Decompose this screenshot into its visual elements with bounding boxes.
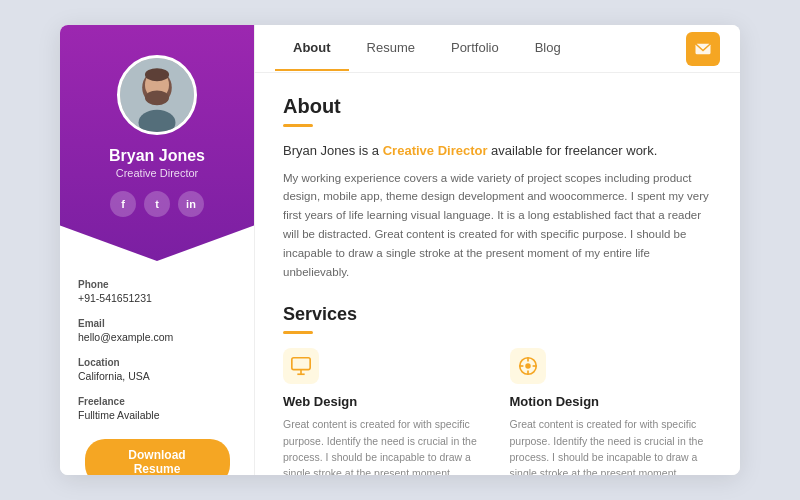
freelance-block: Freelance Fulltime Available (78, 396, 236, 421)
services-title: Services (283, 304, 712, 325)
sidebar: Bryan Jones Creative Director f t in Pho… (60, 25, 255, 475)
about-title: About (283, 95, 712, 118)
card: Bryan Jones Creative Director f t in Pho… (60, 25, 740, 475)
main-content: About Bryan Jones is a Creative Director… (255, 73, 740, 475)
services-section: Services Web Design (283, 304, 712, 475)
nav-bar: About Resume Portfolio Blog (255, 25, 740, 73)
email-button[interactable] (686, 32, 720, 66)
social-icons: f t in (110, 191, 204, 217)
tab-resume[interactable]: Resume (349, 26, 433, 71)
location-block: Location California, USA (78, 357, 236, 382)
twitter-icon[interactable]: t (144, 191, 170, 217)
freelance-label: Freelance (78, 396, 236, 407)
services-grid: Web Design Great content is created for … (283, 348, 712, 475)
web-design-name: Web Design (283, 394, 486, 409)
service-motion-design: Motion Design Great content is created f… (510, 348, 713, 475)
svg-rect-7 (292, 358, 310, 370)
page-wrapper: Bryan Jones Creative Director f t in Pho… (0, 0, 800, 500)
about-headline: Bryan Jones is a Creative Director avail… (283, 141, 712, 161)
motion-design-name: Motion Design (510, 394, 713, 409)
monitor-icon (283, 348, 319, 384)
tab-blog[interactable]: Blog (517, 26, 579, 71)
svg-point-4 (145, 68, 169, 81)
sidebar-title: Creative Director (116, 167, 199, 179)
about-body: My working experience covers a wide vari… (283, 169, 712, 283)
envelope-icon (694, 40, 712, 58)
phone-label: Phone (78, 279, 236, 290)
location-value: California, USA (78, 370, 236, 382)
email-label: Email (78, 318, 236, 329)
web-design-desc: Great content is created for with specif… (283, 416, 486, 475)
about-underline (283, 124, 313, 127)
services-underline (283, 331, 313, 334)
download-resume-button[interactable]: Download Resume (85, 439, 230, 475)
location-label: Location (78, 357, 236, 368)
freelance-value: Fulltime Available (78, 409, 236, 421)
headline-highlight: Creative Director (383, 143, 488, 158)
about-section: About Bryan Jones is a Creative Director… (283, 95, 712, 282)
sidebar-top: Bryan Jones Creative Director f t in (60, 25, 254, 261)
headline-pre: Bryan Jones is a (283, 143, 383, 158)
email-block: Email hello@example.com (78, 318, 236, 343)
service-web-design: Web Design Great content is created for … (283, 348, 486, 475)
headline-post: available for freelancer work. (488, 143, 658, 158)
motion-icon (510, 348, 546, 384)
facebook-icon[interactable]: f (110, 191, 136, 217)
phone-value: +91-541651231 (78, 292, 236, 304)
email-value: hello@example.com (78, 331, 236, 343)
sidebar-name: Bryan Jones (109, 147, 205, 165)
main-panel: About Resume Portfolio Blog About (255, 25, 740, 475)
tab-portfolio[interactable]: Portfolio (433, 26, 517, 71)
phone-block: Phone +91-541651231 (78, 279, 236, 304)
svg-point-3 (145, 90, 169, 105)
sidebar-info: Phone +91-541651231 Email hello@example.… (60, 261, 254, 421)
svg-point-11 (525, 364, 531, 370)
avatar (117, 55, 197, 135)
nav-tabs: About Resume Portfolio Blog (275, 26, 686, 71)
linkedin-icon[interactable]: in (178, 191, 204, 217)
tab-about[interactable]: About (275, 26, 349, 71)
motion-design-desc: Great content is created for with specif… (510, 416, 713, 475)
